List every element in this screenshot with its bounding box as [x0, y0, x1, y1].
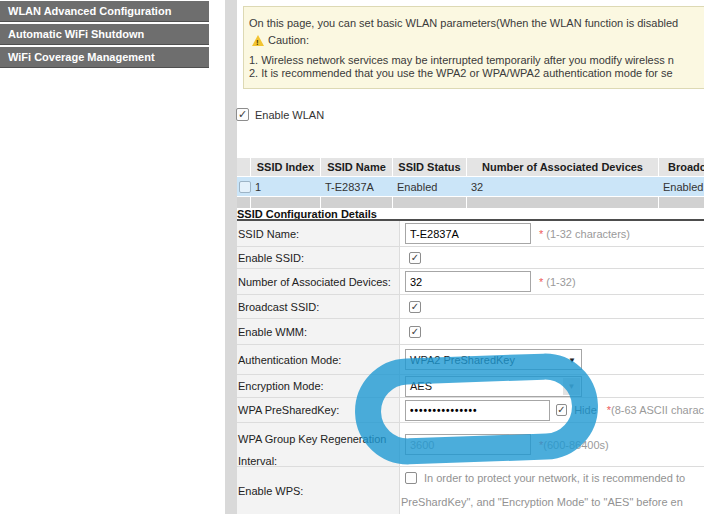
row-encryption-mode: Encryption Mode: AES ▼	[237, 375, 704, 398]
row-wpa-presharedkey: WPA PreSharedKey: ✓ Hide * (8-63 ASCII c…	[237, 398, 704, 423]
header-num-associated-devices: Number of Associated Devices	[467, 158, 659, 177]
sidebar-item-wifi-coverage-management[interactable]: WiFi Coverage Management	[0, 47, 209, 68]
wpa-psk-label: WPA PreSharedKey:	[237, 398, 400, 422]
encryption-mode-label: Encryption Mode:	[237, 375, 400, 397]
cell-ssid-status: Enabled	[393, 177, 467, 196]
ssid-name-input[interactable]	[405, 223, 531, 244]
notice-box: On this page, you can set basic WLAN par…	[243, 6, 704, 89]
wps-note-line2: PreShardKey", and "Encryption Mode" to "…	[401, 496, 683, 508]
header-broadcast-ssid: Broadcast SSID	[659, 158, 704, 177]
wpa-psk-input[interactable]	[405, 400, 550, 421]
ssid-name-hint: (1-32 characters)	[546, 228, 630, 240]
header-ssid-status: SSID Status	[393, 158, 467, 177]
ssid-config-form: SSID Name: * (1-32 characters) Enable SS…	[237, 221, 704, 514]
required-star: *	[539, 276, 543, 288]
authentication-mode-value: WPA2 PreSharedKey	[410, 354, 515, 366]
enable-wmm-checkbox[interactable]: ✓	[409, 326, 421, 338]
encryption-mode-value: AES	[410, 380, 432, 392]
cell-num-devices: 32	[467, 177, 659, 196]
wpa-psk-hint: (8-63 ASCII charac	[611, 404, 704, 416]
header-ssid-name: SSID Name	[321, 158, 393, 177]
notice-item-1: 1. Wireless network services may be inte…	[249, 54, 704, 67]
row-enable-ssid: Enable SSID: ✓	[237, 247, 704, 269]
sidebar-item-wlan-advanced-configuration[interactable]: WLAN Advanced Configuration	[0, 1, 209, 22]
sidebar-content-divider	[225, 0, 237, 514]
assoc-devices-label: Number of Associated Devices:	[237, 269, 400, 294]
enable-wlan-label: Enable WLAN	[255, 109, 324, 121]
header-ssid-index: SSID Index	[251, 158, 321, 177]
required-star: *	[539, 228, 543, 240]
row-broadcast-ssid: Broadcast SSID: ✓	[237, 295, 704, 319]
row-auth-mode: Authentication Mode: WPA2 PreSharedKey ▼	[237, 345, 704, 375]
ssid-name-label: SSID Name:	[237, 221, 400, 246]
row-assoc-devices: Number of Associated Devices: * (1-32)	[237, 269, 704, 295]
auth-mode-label: Authentication Mode:	[237, 345, 400, 374]
broadcast-ssid-label: Broadcast SSID:	[237, 295, 400, 318]
wps-note-line1: In order to protect your network, it is …	[424, 472, 685, 484]
assoc-devices-hint: (1-32)	[546, 276, 575, 288]
enable-ssid-checkbox[interactable]: ✓	[409, 252, 421, 264]
encryption-mode-select[interactable]: AES ▼	[405, 376, 582, 397]
assoc-devices-input[interactable]	[405, 271, 531, 292]
wpa-group-key-label-line1: WPA Group Key Regeneration	[238, 428, 386, 450]
enable-ssid-label: Enable SSID:	[237, 247, 400, 268]
broadcast-ssid-checkbox[interactable]: ✓	[409, 301, 421, 313]
enable-wps-label: Enable WPS:	[237, 467, 400, 514]
hide-psk-label: Hide	[574, 404, 597, 416]
chevron-down-icon: ▼	[568, 356, 576, 365]
cell-broadcast: Enabled	[659, 177, 704, 196]
ssid-row-checkbox[interactable]	[239, 181, 251, 193]
header-checkbox-spacer	[237, 158, 251, 177]
chevron-down-icon: ▼	[563, 378, 580, 395]
enable-wlan-checkbox[interactable]: ✓	[236, 108, 249, 121]
row-enable-wmm: Enable WMM: ✓	[237, 319, 704, 345]
row-wpa-group-key: WPA Group Key Regeneration Interval: * (…	[237, 423, 704, 467]
hide-psk-checkbox[interactable]: ✓	[556, 404, 568, 416]
ssid-table: SSID Index SSID Name SSID Status Number …	[237, 158, 704, 208]
cell-ssid-name: T-E2837A	[321, 177, 393, 196]
caution-label: Caution:	[268, 34, 309, 47]
sidebar: WLAN Advanced Configuration Automatic Wi…	[0, 1, 209, 70]
authentication-mode-select[interactable]: WPA2 PreSharedKey ▼	[405, 349, 582, 370]
enable-wps-checkbox[interactable]	[405, 472, 417, 484]
wlan-config-page: WLAN Advanced Configuration Automatic Wi…	[0, 0, 704, 514]
enable-wmm-label: Enable WMM:	[237, 319, 400, 344]
ssid-table-row: 1 T-E2837A Enabled 32 Enabled	[237, 177, 704, 196]
row-enable-wps: Enable WPS: In order to protect your net…	[237, 467, 704, 514]
row-ssid-name: SSID Name: * (1-32 characters)	[237, 221, 704, 247]
wpa-group-key-interval-input[interactable]	[405, 434, 531, 455]
notice-item-2: 2. It is recommended that you use the WP…	[249, 67, 704, 80]
cell-ssid-index: 1	[251, 177, 321, 196]
caution-icon: !	[252, 35, 264, 46]
sidebar-item-automatic-wifi-shutdown[interactable]: Automatic WiFi Shutdown	[0, 24, 209, 45]
wpa-group-key-hint: (600-86400s)	[543, 439, 608, 451]
notice-intro-text: On this page, you can set basic WLAN par…	[249, 17, 704, 30]
ssid-table-footer-band	[237, 197, 704, 208]
ssid-table-header-row: SSID Index SSID Name SSID Status Number …	[237, 158, 704, 177]
